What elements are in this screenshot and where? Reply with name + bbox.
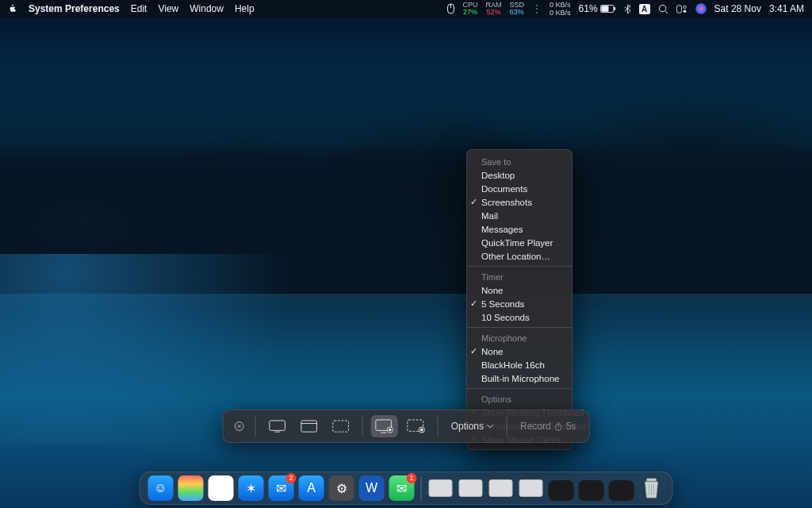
record-selection-button[interactable] bbox=[403, 415, 430, 437]
svg-point-22 bbox=[420, 429, 423, 431]
svg-rect-15 bbox=[333, 421, 349, 432]
menu-view[interactable]: View bbox=[158, 3, 178, 14]
capture-window-button[interactable] bbox=[296, 415, 323, 437]
svg-rect-13 bbox=[301, 421, 317, 432]
record-button[interactable]: Record 5s bbox=[515, 418, 580, 435]
battery-icon bbox=[600, 5, 616, 13]
svg-point-5 bbox=[659, 5, 665, 11]
net-up[interactable]: 0 KB/s0 KB/s bbox=[550, 1, 571, 17]
dock-app-finder[interactable]: ☺ bbox=[148, 475, 174, 501]
options-item[interactable]: QuickTime Player bbox=[467, 236, 572, 249]
siri-icon[interactable] bbox=[695, 3, 707, 14]
dock-app-mail[interactable]: ✉2 bbox=[269, 475, 294, 501]
menu-help[interactable]: Help bbox=[235, 3, 255, 14]
svg-rect-4 bbox=[614, 7, 615, 11]
options-item[interactable]: ✓None bbox=[467, 344, 572, 358]
ssd-stat[interactable]: SSD 63% bbox=[510, 2, 525, 16]
options-item[interactable]: Mail bbox=[467, 209, 572, 222]
apple-menu[interactable] bbox=[8, 4, 17, 13]
options-item[interactable]: BlackHole 16ch bbox=[467, 358, 572, 371]
record-timer-label: 5s bbox=[566, 421, 576, 432]
record-label: Record bbox=[520, 421, 551, 432]
check-icon: ✓ bbox=[470, 298, 477, 309]
svg-rect-26 bbox=[647, 479, 657, 481]
options-item-label: None bbox=[481, 286, 504, 295]
options-item[interactable]: Other Location… bbox=[467, 249, 572, 263]
svg-rect-11 bbox=[270, 421, 285, 430]
battery-status[interactable]: 61% bbox=[579, 3, 616, 14]
options-item-label: 5 Seconds bbox=[481, 299, 524, 309]
options-item[interactable]: Desktop bbox=[467, 168, 572, 182]
options-section-title: Timer bbox=[467, 270, 572, 283]
svg-point-9 bbox=[683, 10, 686, 13]
options-section-title: Options bbox=[467, 392, 572, 406]
dock: ☺◉✶✉2A⚙W✉1 bbox=[140, 471, 673, 505]
ram-stat[interactable]: RAM 52% bbox=[486, 2, 502, 16]
dock-app-app-store[interactable]: A bbox=[299, 475, 324, 501]
control-center-icon[interactable] bbox=[676, 5, 688, 13]
svg-point-19 bbox=[389, 429, 391, 431]
options-item-label: QuickTime Player bbox=[481, 238, 553, 248]
svg-line-6 bbox=[665, 10, 667, 13]
menu-edit[interactable]: Edit bbox=[131, 3, 147, 14]
options-item-label: Documents bbox=[481, 184, 527, 194]
dock-app-messages[interactable]: ✉1 bbox=[389, 475, 415, 501]
chevron-down-icon bbox=[487, 424, 494, 429]
dock-app-word[interactable]: W bbox=[359, 475, 385, 501]
options-section-title: Microphone bbox=[467, 331, 572, 344]
dock-separator bbox=[421, 477, 422, 501]
options-item-label: 10 Seconds bbox=[481, 313, 530, 322]
options-label: Options bbox=[451, 421, 484, 432]
options-item[interactable]: ✓Screenshots bbox=[467, 195, 572, 209]
bluetooth-icon[interactable] bbox=[624, 4, 631, 14]
battery-percent: 61% bbox=[579, 3, 598, 14]
options-item[interactable]: Built-in Microphone bbox=[467, 371, 572, 385]
cpu-stat[interactable]: CPU 27% bbox=[463, 2, 478, 16]
dock-app-launchpad[interactable] bbox=[178, 475, 204, 501]
dock-app-chrome[interactable]: ◉ bbox=[209, 475, 234, 501]
menu-window[interactable]: Window bbox=[190, 3, 224, 14]
menubar-time[interactable]: 3:41 AM bbox=[769, 3, 804, 14]
screenshot-options-menu: Save toDesktopDocuments✓ScreenshotsMailM… bbox=[466, 149, 573, 450]
dock-dark-tile-2[interactable] bbox=[579, 480, 604, 501]
options-item-label: Screenshots bbox=[481, 198, 532, 207]
options-item-label: Built-in Microphone bbox=[481, 374, 559, 383]
dock-folder-1[interactable] bbox=[428, 475, 454, 501]
separator-icon: ⋮ bbox=[532, 3, 542, 14]
options-item-label: Messages bbox=[481, 225, 523, 234]
options-section-title: Save to bbox=[467, 155, 572, 168]
close-button[interactable] bbox=[232, 418, 247, 434]
record-entire-screen-button[interactable] bbox=[371, 415, 398, 437]
options-item[interactable]: Documents bbox=[467, 182, 572, 195]
options-item-label: Desktop bbox=[481, 171, 515, 180]
options-item[interactable]: 10 Seconds bbox=[467, 310, 572, 324]
capture-selection-button[interactable] bbox=[327, 415, 354, 437]
menubar-date[interactable]: Sat 28 Nov bbox=[714, 3, 761, 14]
dock-trash[interactable] bbox=[639, 475, 665, 501]
options-button[interactable]: Options bbox=[446, 418, 499, 435]
keyboard-input-icon[interactable]: A bbox=[639, 4, 650, 14]
mouse-icon[interactable] bbox=[446, 3, 455, 14]
spotlight-icon[interactable] bbox=[658, 4, 668, 14]
options-item-label: Mail bbox=[481, 211, 498, 221]
dock-app-settings[interactable]: ⚙ bbox=[329, 475, 354, 501]
badge: 1 bbox=[407, 473, 417, 483]
dock-dark-tile-1[interactable] bbox=[549, 480, 574, 501]
dock-dark-tile-3[interactable] bbox=[609, 480, 634, 501]
svg-point-8 bbox=[683, 6, 686, 9]
options-item[interactable]: Messages bbox=[467, 222, 572, 236]
svg-rect-7 bbox=[676, 5, 681, 13]
dock-folder-2[interactable] bbox=[458, 475, 484, 501]
capture-entire-screen-button[interactable] bbox=[264, 415, 291, 437]
options-item-label: Other Location… bbox=[481, 252, 550, 261]
screenshot-toolbar: Options Record 5s bbox=[223, 410, 590, 443]
dock-app-safari[interactable]: ✶ bbox=[239, 475, 264, 501]
dock-folder-4[interactable] bbox=[519, 475, 544, 501]
dock-folder-3[interactable] bbox=[488, 475, 514, 501]
app-name[interactable]: System Preferences bbox=[29, 3, 120, 14]
check-icon: ✓ bbox=[470, 197, 477, 207]
options-item-label: BlackHole 16ch bbox=[481, 360, 545, 370]
options-item[interactable]: ✓5 Seconds bbox=[467, 297, 572, 310]
options-item[interactable]: None bbox=[467, 283, 572, 297]
svg-rect-3 bbox=[601, 6, 608, 11]
